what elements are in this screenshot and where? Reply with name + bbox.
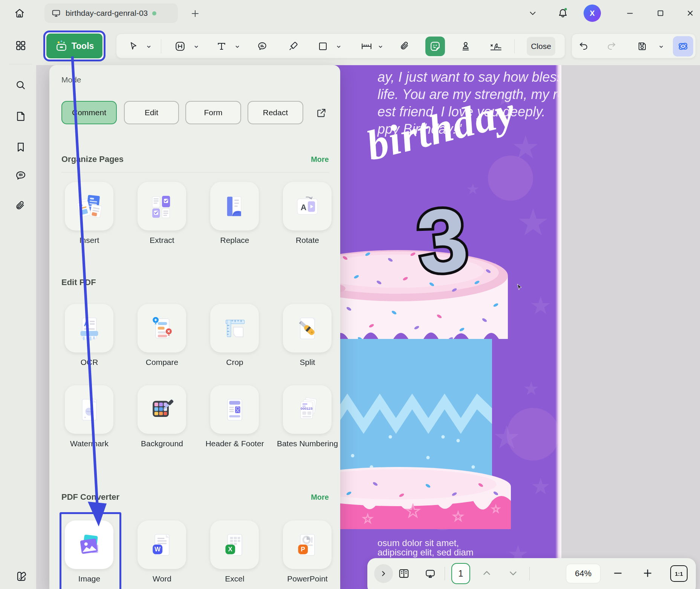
maximize-icon bbox=[656, 9, 665, 17]
notification-bell-icon bbox=[557, 7, 569, 19]
comment-tool-button[interactable] bbox=[255, 39, 270, 54]
zoom-level-display[interactable]: 64% bbox=[566, 564, 601, 583]
measure-tool-button[interactable] bbox=[359, 39, 374, 54]
svg-text:W: W bbox=[154, 546, 160, 553]
actual-size-button[interactable]: 1:1 bbox=[670, 565, 688, 582]
attachment-tool-button[interactable] bbox=[397, 39, 413, 54]
insert-pages-icon bbox=[65, 182, 113, 230]
save-chevron[interactable] bbox=[659, 44, 664, 49]
home-button[interactable] bbox=[9, 3, 30, 24]
ai-assistant-button[interactable] bbox=[673, 36, 693, 56]
svg-text:000123: 000123 bbox=[300, 406, 312, 410]
tool-replace[interactable]: Replace bbox=[210, 182, 259, 263]
tool-background[interactable]: Background bbox=[138, 385, 186, 467]
tool-label: Insert bbox=[57, 234, 121, 246]
organize-pages-more-link[interactable]: More bbox=[311, 155, 329, 164]
select-tool-button[interactable] bbox=[126, 39, 141, 54]
main-toolbar: Close bbox=[116, 34, 565, 58]
tool-label: Crop bbox=[203, 356, 267, 368]
shape-tool-chevron[interactable] bbox=[336, 44, 341, 49]
titlebar-menu-button[interactable] bbox=[526, 6, 540, 20]
sticker-tool-button[interactable] bbox=[425, 37, 445, 56]
section-title: PDF Converter bbox=[61, 492, 119, 502]
mode-button-redact[interactable]: Redact bbox=[248, 101, 303, 124]
edit-pdf-grid: AOCRCompareCropSplitWatermarkBackgroundH… bbox=[65, 304, 332, 467]
tools-button-label: Tools bbox=[72, 41, 94, 51]
page-number-input[interactable]: 1 bbox=[451, 563, 470, 584]
reading-view-button[interactable] bbox=[398, 568, 409, 579]
svg-text:A: A bbox=[84, 320, 89, 328]
page-thumbnail-icon bbox=[15, 110, 27, 122]
status-toolbar: 1 64% 1:1 bbox=[367, 558, 696, 589]
undo-button[interactable] bbox=[576, 39, 591, 54]
close-window-button[interactable] bbox=[683, 6, 698, 21]
sidebar-comments-button[interactable] bbox=[15, 170, 27, 182]
tools-button[interactable]: Tools bbox=[46, 34, 102, 58]
tool-rotate[interactable]: ARotate bbox=[283, 182, 332, 263]
organize-pages-grid: InsertExtractReplaceARotate bbox=[65, 182, 332, 263]
redo-icon bbox=[606, 41, 617, 52]
new-tab-button[interactable] bbox=[188, 7, 202, 20]
tool-compare[interactable]: Compare bbox=[138, 304, 186, 385]
heading-tool-chevron[interactable] bbox=[194, 44, 199, 49]
open-in-new-window-button[interactable] bbox=[313, 105, 330, 121]
tool-header-footer[interactable]: Header & Footer bbox=[210, 385, 259, 467]
chevron-up-icon bbox=[482, 568, 492, 578]
svg-text:A: A bbox=[301, 203, 306, 212]
previous-page-button[interactable] bbox=[482, 568, 492, 579]
measure-tool-chevron[interactable] bbox=[378, 44, 383, 49]
zoom-level-value: 64% bbox=[575, 569, 591, 578]
toolbar-divider bbox=[514, 39, 515, 53]
next-page-button[interactable] bbox=[508, 568, 519, 579]
notifications-button[interactable] bbox=[555, 5, 570, 21]
external-link-icon bbox=[316, 107, 327, 119]
tool-excel[interactable]: XExcel bbox=[210, 520, 259, 589]
tool-word[interactable]: WWord bbox=[138, 520, 186, 589]
signature-tool-button[interactable] bbox=[488, 39, 506, 54]
sidebar-search-button[interactable] bbox=[15, 79, 27, 91]
shape-tool-button[interactable] bbox=[315, 39, 330, 54]
tool-image[interactable]: Image bbox=[65, 520, 113, 589]
save-button[interactable] bbox=[634, 39, 650, 54]
chevron-down-icon bbox=[508, 568, 518, 578]
minimize-button[interactable] bbox=[622, 6, 637, 21]
tool-extract[interactable]: Extract bbox=[138, 182, 186, 263]
tool-crop[interactable]: Crop bbox=[210, 304, 259, 385]
zoom-in-button[interactable] bbox=[643, 568, 653, 579]
tool-split[interactable]: Split bbox=[283, 304, 332, 385]
replace-pages-icon bbox=[210, 182, 259, 230]
tool-bates-numbering[interactable]: 000123Bates Numbering bbox=[283, 385, 332, 467]
sidebar-swatches-button[interactable] bbox=[15, 570, 27, 582]
actual-size-label: 1:1 bbox=[675, 571, 683, 577]
image-icon bbox=[65, 520, 113, 569]
mode-button-comment[interactable]: Comment bbox=[61, 101, 117, 124]
text-tool-button[interactable] bbox=[214, 39, 229, 54]
tool-ocr[interactable]: AOCR bbox=[65, 304, 113, 385]
sidebar-bookmarks-button[interactable] bbox=[15, 141, 27, 153]
user-avatar[interactable]: X bbox=[584, 5, 601, 22]
text-tool-chevron[interactable] bbox=[235, 44, 240, 49]
pdf-converter-more-link[interactable]: More bbox=[311, 493, 329, 502]
select-tool-chevron[interactable] bbox=[146, 44, 151, 49]
tool-powerpoint[interactable]: PPowerPoint bbox=[283, 520, 332, 589]
sidebar-attachments-button[interactable] bbox=[15, 200, 27, 212]
highlight-tool-button[interactable] bbox=[286, 39, 301, 54]
tool-insert[interactable]: Insert bbox=[65, 182, 113, 263]
mouse-cursor bbox=[517, 284, 523, 291]
heading-tool-button[interactable] bbox=[173, 39, 188, 54]
mode-button-form[interactable]: Form bbox=[185, 101, 241, 124]
sidebar-apps-grid-button[interactable] bbox=[15, 40, 27, 52]
presentation-mode-button[interactable] bbox=[425, 568, 435, 579]
stamp-tool-button[interactable] bbox=[458, 39, 473, 54]
redo-button[interactable] bbox=[604, 39, 619, 54]
document-tab[interactable]: birthday-card-genral-03 bbox=[44, 3, 178, 23]
mode-button-edit[interactable]: Edit bbox=[124, 101, 179, 124]
sidebar-thumbnails-button[interactable] bbox=[15, 110, 27, 122]
tool-watermark[interactable]: Watermark bbox=[65, 385, 113, 467]
plus-icon bbox=[191, 9, 200, 18]
maximize-button[interactable] bbox=[653, 6, 668, 21]
close-mode-button[interactable]: Close bbox=[527, 37, 555, 56]
attachment-icon bbox=[399, 41, 411, 52]
expand-toolbar-button[interactable] bbox=[374, 564, 393, 583]
zoom-out-button[interactable] bbox=[613, 568, 624, 579]
